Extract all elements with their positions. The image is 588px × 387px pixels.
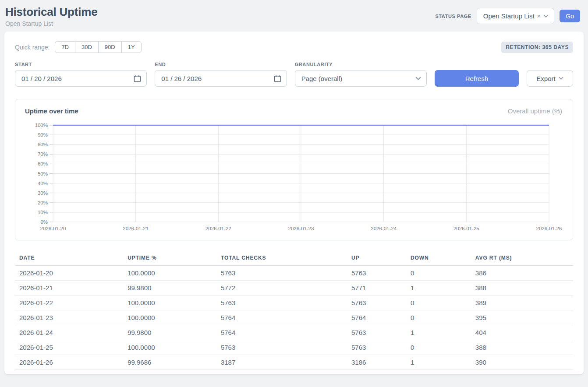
end-label: END — [155, 62, 287, 67]
y-axis-tick-label: 80% — [38, 142, 48, 147]
table-cell: 5764 — [216, 310, 347, 325]
table-row: 2026-01-20100.0000576357630386 — [15, 266, 573, 281]
table-cell: 2026-01-20 — [15, 266, 123, 281]
x-axis-tick-label: 2026-01-25 — [453, 226, 479, 231]
table-cell: 0 — [406, 340, 471, 355]
chart-header: Uptime over time Overall uptime (%) — [24, 107, 564, 121]
y-axis-tick-label: 100% — [35, 123, 48, 128]
table-cell: 2026-01-24 — [15, 325, 123, 340]
go-button[interactable]: Go — [560, 10, 580, 22]
table-cell: 5763 — [216, 340, 347, 355]
table-cell: 100.0000 — [123, 340, 216, 355]
y-axis-tick-label: 70% — [38, 151, 48, 157]
table-body: 2026-01-20100.00005763576303862026-01-21… — [15, 266, 573, 370]
granularity-selected-value: Page (overall) — [301, 75, 342, 82]
y-axis-tick-label: 30% — [38, 190, 48, 196]
table-cell: 0 — [406, 296, 471, 310]
table-cell: 0 — [406, 266, 471, 281]
calendar-icon[interactable] — [274, 75, 281, 82]
granularity-select[interactable]: Page (overall) — [295, 70, 427, 87]
table-cell: 99.9800 — [123, 281, 216, 296]
table-header-row: DATEUPTIME %TOTAL CHECKSUPDOWNAVG RT (MS… — [15, 251, 573, 266]
start-date-value: 01 / 20 / 2026 — [21, 75, 62, 82]
table-row: 2026-01-23100.0000576457640395 — [15, 310, 573, 325]
table-cell: 5763 — [347, 325, 406, 340]
table-cell: 1 — [406, 325, 471, 340]
table-cell: 5764 — [347, 310, 406, 325]
table-cell: 1 — [406, 355, 471, 370]
retention-badge: RETENTION: 365 DAYS — [501, 42, 573, 53]
table-row: 2026-01-22100.0000576357630389 — [15, 296, 573, 310]
quick-range-label: Quick range: — [15, 44, 50, 51]
table-cell: 1 — [406, 281, 471, 296]
uptime-line-chart: 0%10%20%30%40%50%60%70%80%90%100%2026-01… — [24, 121, 564, 234]
end-date-field-wrap: END 01 / 26 / 2026 — [155, 62, 287, 87]
column-header: DATE — [15, 251, 123, 266]
table-cell: 5763 — [216, 266, 347, 281]
column-header: UP — [347, 251, 406, 266]
x-axis-tick-label: 2026-01-26 — [536, 226, 562, 231]
table-cell: 5763 — [347, 266, 406, 281]
chevron-down-icon — [543, 14, 549, 18]
column-header: AVG RT (MS) — [471, 251, 573, 266]
x-axis-tick-label: 2026-01-24 — [371, 226, 397, 231]
table-cell: 99.9686 — [123, 355, 216, 370]
table-cell: 5772 — [216, 281, 347, 296]
table-cell: 389 — [471, 296, 573, 310]
refresh-button[interactable]: Refresh — [435, 70, 519, 87]
page-title: Historical Uptime — [5, 5, 97, 19]
table-cell: 5763 — [347, 296, 406, 310]
column-header: DOWN — [406, 251, 471, 266]
table-cell: 100.0000 — [123, 266, 216, 281]
y-axis-tick-label: 0% — [40, 219, 48, 225]
x-axis-tick-label: 2026-01-23 — [288, 226, 314, 231]
header-controls: STATUS PAGE Open Startup List × Go — [435, 8, 580, 24]
clear-selection-icon[interactable]: × — [537, 12, 541, 20]
table-cell: 388 — [471, 340, 573, 355]
uptime-table: DATEUPTIME %TOTAL CHECKSUPDOWNAVG RT (MS… — [15, 251, 573, 370]
granularity-field-wrap: GRANULARITY Page (overall) — [295, 62, 427, 87]
table-cell: 99.9800 — [123, 325, 216, 340]
column-header: UPTIME % — [123, 251, 216, 266]
table-row: 2026-01-2199.9800577257711388 — [15, 281, 573, 296]
table-cell: 100.0000 — [123, 310, 216, 325]
uptime-chart-card: Uptime over time Overall uptime (%) 0%10… — [15, 99, 573, 240]
start-label: START — [15, 62, 147, 67]
quick-range-row: Quick range: 7D30D90D1Y RETENTION: 365 D… — [15, 41, 573, 53]
export-button-label: Export — [536, 75, 555, 82]
table-cell: 388 — [471, 281, 573, 296]
calendar-icon[interactable] — [134, 75, 141, 82]
chevron-down-icon — [559, 77, 563, 80]
table-cell: 386 — [471, 266, 573, 281]
table-cell: 5771 — [347, 281, 406, 296]
quick-range-90d-button[interactable]: 90D — [98, 41, 122, 53]
x-axis-tick-label: 2026-01-22 — [205, 226, 231, 231]
title-block: Historical Uptime Open Startup List — [5, 5, 97, 27]
table-row: 2026-01-25100.0000576357630388 — [15, 340, 573, 355]
status-page-select[interactable]: Open Startup List × — [477, 8, 555, 24]
quick-range-7d-button[interactable]: 7D — [55, 41, 75, 53]
export-button[interactable]: Export — [527, 70, 573, 87]
y-axis-tick-label: 10% — [38, 210, 48, 215]
start-date-input[interactable]: 01 / 20 / 2026 — [15, 70, 147, 87]
column-header: TOTAL CHECKS — [216, 251, 347, 266]
chevron-down-icon — [415, 77, 421, 81]
page-subtitle: Open Startup List — [5, 20, 97, 27]
quick-range-group: 7D30D90D1Y — [55, 41, 141, 53]
page-header: Historical Uptime Open Startup List STAT… — [0, 0, 588, 32]
table-cell: 404 — [471, 325, 573, 340]
table-cell: 395 — [471, 310, 573, 325]
quick-range-30d-button[interactable]: 30D — [75, 41, 99, 53]
quick-range-1y-button[interactable]: 1Y — [121, 41, 142, 53]
x-axis-tick-label: 2026-01-20 — [40, 226, 66, 231]
y-axis-tick-label: 60% — [38, 161, 48, 166]
table-row: 2026-01-2499.9800576457631404 — [15, 325, 573, 340]
y-axis-tick-label: 50% — [38, 171, 48, 176]
table-cell: 2026-01-26 — [15, 355, 123, 370]
table-cell: 5763 — [216, 296, 347, 310]
table-cell: 5764 — [216, 325, 347, 340]
chart-legend: Overall uptime (%) — [508, 107, 562, 115]
table-cell: 3187 — [216, 355, 347, 370]
end-date-input[interactable]: 01 / 26 / 2026 — [155, 70, 287, 87]
table-cell: 2026-01-22 — [15, 296, 123, 310]
